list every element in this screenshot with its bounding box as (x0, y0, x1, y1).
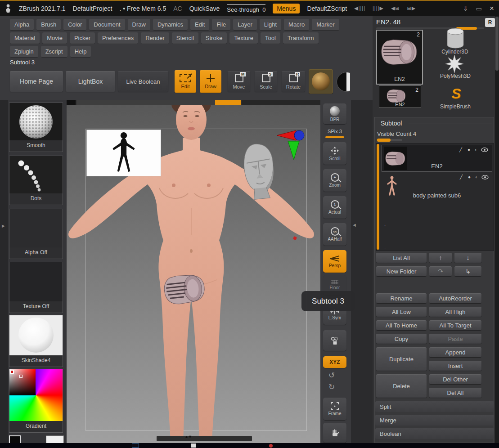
append-button[interactable]: Append (429, 347, 481, 357)
row2-uv-icon[interactable]: ◐ (475, 175, 478, 179)
edit-mode-button[interactable]: Edit (175, 70, 196, 93)
canvas-h-scrollbar[interactable] (157, 436, 252, 441)
spix-slider[interactable]: SPix 3 (321, 127, 348, 138)
all-to-home-button[interactable]: All To Home (376, 320, 427, 330)
menu-item-picker[interactable]: Picker (70, 32, 95, 44)
rename-button[interactable]: Rename (376, 293, 427, 303)
all-high-button[interactable]: All High (429, 307, 481, 317)
store-icon[interactable]: ⇓ (463, 5, 469, 12)
subtool-row4-dot[interactable]: . (384, 245, 386, 250)
menu-item-stencil[interactable]: Stencil (172, 32, 198, 44)
timeline-orange-segment[interactable] (215, 100, 241, 105)
scale-mode-button[interactable]: S Scale (255, 71, 277, 92)
menu-item-color[interactable]: Color (63, 19, 86, 30)
menu-item-help[interactable]: Help (70, 46, 91, 57)
material-skinshade-swatch[interactable]: SkinShade4 (9, 315, 63, 367)
row1-polypaint-icon[interactable]: ● (468, 147, 470, 152)
visible-count-slider[interactable] (377, 139, 402, 141)
row1-uv-icon[interactable]: ◐ (475, 147, 477, 152)
pan-hand-button[interactable] (323, 423, 346, 443)
tape-back-icon[interactable]: ◀|||| (354, 5, 365, 11)
insert-button[interactable]: Insert (429, 361, 481, 371)
doc-next-icon[interactable]: ⊞▶ (407, 5, 416, 11)
menu-item-material[interactable]: Material (10, 32, 40, 44)
row1-visibility-eye-icon[interactable] (481, 148, 488, 152)
axis-gizmo[interactable] (270, 126, 306, 162)
row1-paintbrush-icon[interactable]: ╱ (459, 147, 462, 152)
active-tool-thumbnail[interactable]: 2 EN2 (376, 30, 423, 85)
actual-size-button[interactable]: 1 Actual (323, 196, 346, 219)
menu-item-macro[interactable]: Macro (284, 19, 309, 30)
persp-toggle-button[interactable]: Persp (323, 250, 346, 273)
menu-item-render[interactable]: Render (141, 32, 169, 44)
home-page-button[interactable]: Home Page (10, 71, 63, 92)
new-folder-button[interactable]: New Folder (376, 266, 427, 276)
aahalf-button[interactable]: AA AAHalf (323, 223, 346, 246)
bpr-render-button[interactable]: BPR (323, 103, 346, 124)
left-expand-chevron-icon[interactable]: ► (1, 223, 6, 228)
menu-item-file[interactable]: File (212, 19, 230, 30)
menu-item-edit[interactable]: Edit (190, 19, 209, 30)
rotate-cw-icon[interactable]: ↻ (328, 382, 335, 392)
current-gradient-button[interactable] (337, 70, 350, 93)
subtool-up-button[interactable]: ↑ (429, 253, 452, 263)
subtool-row-en2[interactable]: ╱ ● ◐ EN2 (382, 145, 492, 172)
canvas-scroll-arrows-icon[interactable]: ▲▼ (184, 435, 192, 439)
tool-simplebrush[interactable]: S (447, 85, 465, 103)
restore-window-icon[interactable]: ▭ (476, 5, 482, 12)
live-boolean-button[interactable]: Live Boolean (118, 71, 168, 92)
tool-en2-secondary[interactable]: 2 EN2 (379, 85, 421, 108)
taskbar-app-icon-2[interactable] (191, 444, 196, 448)
list-all-button[interactable]: List All (376, 253, 427, 263)
spix-slider-track[interactable] (325, 136, 344, 138)
move-mode-button[interactable]: M Move (228, 71, 250, 92)
menu-item-zscript[interactable]: Zscript (41, 46, 67, 57)
menu-item-draw[interactable]: Draw (128, 19, 150, 30)
texture-off-swatch[interactable]: Texture Off (9, 262, 63, 313)
menu-item-brush[interactable]: Brush (36, 19, 61, 30)
tape-forward-icon[interactable]: ||||▶ (373, 5, 384, 11)
subtool-row-body[interactable]: ╱ ● ◐ body painted sub6 (382, 174, 492, 200)
stroke-smooth-swatch[interactable]: Smooth (9, 103, 63, 152)
menu-item-document[interactable]: Document (89, 19, 125, 30)
frame-button[interactable]: Frame (323, 398, 346, 420)
autoreorder-button[interactable]: AutoReorder (429, 293, 481, 303)
r-quick-button[interactable]: R (485, 18, 495, 27)
stroke-dots-swatch[interactable]: Dots (9, 156, 63, 205)
panel-scrollbar-track[interactable] (495, 16, 499, 443)
menu-item-tool[interactable]: Tool (261, 32, 280, 44)
menu-item-texture[interactable]: Texture (229, 32, 258, 44)
document-canvas[interactable]: ▲▼ (67, 100, 320, 443)
see-through-slider[interactable]: See-through 0 (227, 4, 265, 13)
quicksave-button[interactable]: QuickSave (189, 5, 220, 12)
rotate-mode-button[interactable]: R Rotate (282, 71, 305, 92)
all-to-target-button[interactable]: All To Target (429, 320, 481, 330)
copy-button[interactable]: Copy (376, 334, 427, 344)
split-section-bar[interactable]: Split (375, 401, 494, 412)
boolean-section-bar[interactable]: Boolean (375, 428, 494, 439)
taskbar-app-icon-1[interactable] (132, 444, 139, 448)
menu-item-movie[interactable]: Movie (42, 32, 67, 44)
menu-item-marker[interactable]: Marker (312, 19, 339, 30)
duplicate-button[interactable]: Duplicate (376, 347, 427, 371)
paste-button[interactable]: Paste (429, 334, 481, 344)
row2-polypaint-icon[interactable]: ● (468, 175, 471, 179)
panel-scrollbar-thumb[interactable] (495, 17, 499, 71)
subtool-down-button[interactable]: ↓ (454, 253, 481, 263)
all-low-button[interactable]: All Low (376, 307, 427, 317)
xyz-symmetry-button[interactable]: XYZ (323, 356, 346, 368)
redo-move-button[interactable]: ↷ (429, 266, 452, 276)
scroll-button[interactable]: Scroll (323, 142, 346, 165)
del-all-button[interactable]: Del All (429, 388, 481, 398)
zoom-button[interactable]: + Zoom (323, 169, 346, 192)
menu-item-zplugin[interactable]: Zplugin (10, 46, 38, 57)
menu-item-alpha[interactable]: Alpha (10, 19, 34, 30)
transpose-lock-button[interactable] (323, 330, 346, 351)
menu-item-light[interactable]: Light (260, 19, 281, 30)
move-into-folder-button[interactable]: ↳ (454, 266, 481, 276)
subtool-row3-dot[interactable]: . (384, 221, 386, 227)
subtool-list-scrollbar[interactable] (377, 144, 379, 250)
material-preview-button[interactable] (309, 69, 333, 94)
color-picker-gradient[interactable]: Gradient (9, 369, 63, 433)
delete-button[interactable]: Delete (376, 374, 427, 398)
